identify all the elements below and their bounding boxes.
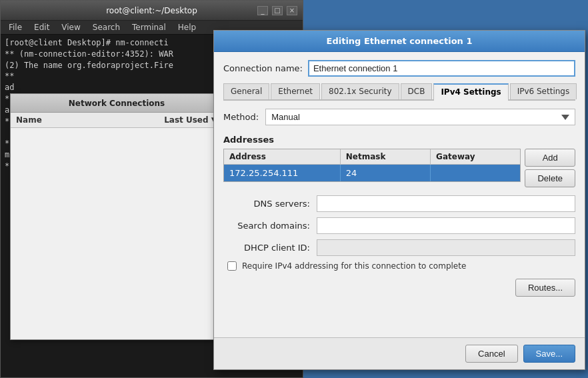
terminal-menu-file[interactable]: File — [3, 22, 27, 33]
addr-section: Address Netmask Gateway 172.25.254.111 2… — [223, 149, 575, 189]
dialog-footer: Cancel Save... — [214, 337, 585, 369]
nc-title: Network Connections — [69, 99, 165, 108]
terminal-titlebar: root@client:~/Desktop _ □ × — [1, 1, 303, 21]
dns-label: DNS servers: — [223, 199, 310, 209]
tab-ipv6-settings[interactable]: IPv6 Settings — [510, 83, 577, 99]
search-label: Search domains: — [223, 221, 310, 231]
addr-row[interactable]: 172.25.254.111 24 — [224, 165, 520, 181]
terminal-menu-edit[interactable]: Edit — [29, 22, 55, 33]
method-select[interactable]: Manual Automatic (DHCP) Automatic (DHCP)… — [265, 109, 575, 125]
require-ipv4-label: Require IPv4 addressing for this connect… — [242, 261, 466, 271]
connection-name-input[interactable] — [308, 60, 575, 77]
method-label: Method: — [223, 112, 259, 122]
terminal-menu-search[interactable]: Search — [87, 22, 125, 33]
dhcp-row: DHCP client ID: — [223, 239, 575, 256]
save-button[interactable]: Save... — [523, 345, 575, 363]
nc-titlebar: Network Connections — [11, 94, 223, 113]
require-ipv4-row: Require IPv4 addressing for this connect… — [223, 261, 575, 271]
dns-input[interactable] — [317, 195, 575, 212]
search-row: Search domains: — [223, 217, 575, 234]
search-input[interactable] — [317, 217, 575, 234]
require-ipv4-checkbox[interactable] — [227, 261, 237, 271]
dialog-titlebar: Editing Ethernet connection 1 — [214, 31, 585, 52]
dhcp-input[interactable] — [317, 239, 575, 256]
nc-col-name: Name — [16, 115, 164, 125]
addr-cell-netmask: 24 — [341, 165, 431, 181]
nc-window: Network Connections Name Last Used ▼ — [10, 93, 223, 340]
tab-8021x-security[interactable]: 802.1x Security — [321, 83, 399, 99]
dialog-window: Editing Ethernet connection 1 Connection… — [213, 30, 585, 370]
addr-table-wrapper: Address Netmask Gateway 172.25.254.111 2… — [223, 149, 521, 189]
terminal-maximize-btn[interactable]: □ — [272, 6, 283, 15]
tab-general[interactable]: General — [223, 83, 269, 99]
routes-button[interactable]: Routes... — [515, 279, 575, 297]
col-header-gateway: Gateway — [431, 149, 520, 164]
addr-table: Address Netmask Gateway 172.25.254.111 2… — [223, 149, 521, 182]
addr-cell-gateway — [431, 165, 520, 181]
addr-table-header: Address Netmask Gateway — [224, 149, 520, 165]
tab-ethernet[interactable]: Ethernet — [271, 83, 320, 99]
tab-dcb[interactable]: DCB — [401, 83, 433, 99]
cancel-button[interactable]: Cancel — [465, 345, 517, 363]
addr-buttons: Add Delete — [525, 149, 575, 189]
terminal-menu-help[interactable]: Help — [173, 22, 201, 33]
routes-row: Routes... — [223, 279, 575, 297]
method-row: Method: Manual Automatic (DHCP) Automati… — [223, 109, 575, 125]
nc-list-header: Name Last Used ▼ — [11, 113, 223, 128]
tab-ipv4-settings[interactable]: IPv4 Settings — [433, 83, 508, 101]
terminal-title: root@client:~/Desktop — [106, 6, 197, 15]
col-header-address: Address — [224, 149, 341, 164]
addr-cell-address: 172.25.254.111 — [224, 165, 341, 181]
terminal-close-btn[interactable]: × — [287, 6, 297, 15]
nc-content — [11, 128, 223, 133]
terminal-menu-terminal[interactable]: Terminal — [127, 22, 171, 33]
col-header-netmask: Netmask — [341, 149, 431, 164]
add-button[interactable]: Add — [525, 149, 575, 167]
connection-name-row: Connection name: — [223, 60, 575, 77]
dns-row: DNS servers: — [223, 195, 575, 212]
nc-col-last-used: Last Used ▼ — [164, 115, 217, 125]
connection-name-label: Connection name: — [223, 63, 303, 73]
terminal-titlebar-buttons: _ □ × — [257, 6, 297, 15]
terminal-menu-view[interactable]: View — [56, 22, 85, 33]
terminal-minimize-btn[interactable]: _ — [257, 6, 268, 15]
dhcp-label: DHCP client ID: — [223, 243, 310, 253]
dialog-body: Connection name: General Ethernet 802.1x… — [214, 52, 585, 305]
dialog-title: Editing Ethernet connection 1 — [327, 36, 473, 46]
tabs: General Ethernet 802.1x Security DCB IPv… — [223, 83, 575, 101]
addresses-label: Addresses — [223, 135, 575, 145]
delete-button[interactable]: Delete — [525, 169, 575, 187]
